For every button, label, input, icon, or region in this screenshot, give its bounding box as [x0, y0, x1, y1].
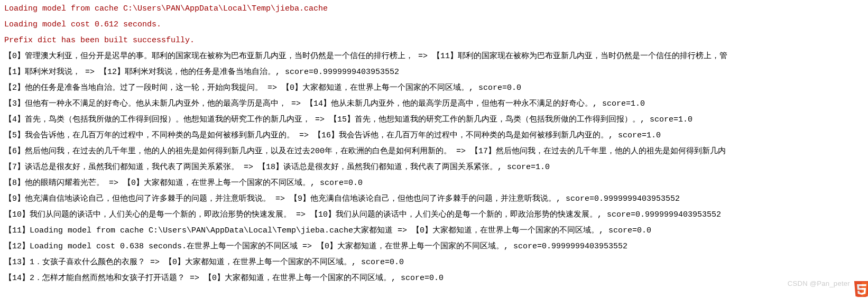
- output-line: 【7】谈话总是很友好，虽然我们都知道，我代表了两国关系紧张。 => 【18】谈话…: [4, 160, 864, 175]
- output-line: 【8】他的眼睛闪耀着光芒。 => 【0】大家都知道，在世界上每一个国家的不同区域…: [4, 175, 864, 191]
- output-line: 【10】我们从问题的谈话中，人们关心的是每一个新的，即政治形势的快速发展。 =>…: [4, 207, 864, 223]
- log-line: Prefix dict has been built successfully.: [4, 33, 864, 49]
- console-output: Loading model from cache C:\Users\PAN\Ap…: [4, 1, 864, 286]
- log-line: Loading model from cache C:\Users\PAN\Ap…: [4, 1, 864, 17]
- output-line: 【11】Loading model from cache C:\Users\PA…: [4, 223, 864, 239]
- output-line: 【13】1．女孩子喜欢什么颜色的衣服？ => 【0】大家都知道，在世界上每一个国…: [4, 255, 864, 271]
- html5-badge-icon: [853, 280, 868, 297]
- output-line: 【1】耶利米对我说， => 【12】耶利米对我说，他的任务是准备当地自治。, s…: [4, 64, 864, 80]
- output-line: 【5】我会告诉他，在几百万年的过程中，不同种类的鸟是如何被移到新几内亚的。 =>…: [4, 128, 864, 144]
- output-line: 【14】2．怎样才能自然而然地和女孩子打开话题？ => 【0】大家都知道，在世界…: [4, 271, 864, 286]
- output-line: 【12】Loading model cost 0.638 seconds.在世界…: [4, 239, 864, 255]
- output-line: 【9】他充满自信地谈论自己，但他也问了许多棘手的问题，并注意听我说。 => 【9…: [4, 191, 864, 207]
- watermark-text: CSDN @Pan_peter: [788, 277, 850, 291]
- output-line: 【3】但他有一种永不满足的好奇心。他从未新几内亚外，他的最高学历是高中， => …: [4, 96, 864, 112]
- output-line: 【2】他的任务是准备当地自治。过了一段时间，这一轮，开始向我提问。 => 【0】…: [4, 80, 864, 96]
- output-line: 【0】管理澳大利亚，但分开是迟早的事。耶利的国家现在被称为巴布亚新几内亚，当时仍…: [4, 49, 864, 64]
- output-line: 【6】然后他问我，在过去的几千年里，他的人的祖先是如何得到新几内亚，以及在过去2…: [4, 144, 864, 160]
- output-line: 【4】首先，鸟类（包括我所做的工作得到回报）。他想知道我的研究工作的新几内亚， …: [4, 112, 864, 128]
- log-line: Loading model cost 0.612 seconds.: [4, 17, 864, 33]
